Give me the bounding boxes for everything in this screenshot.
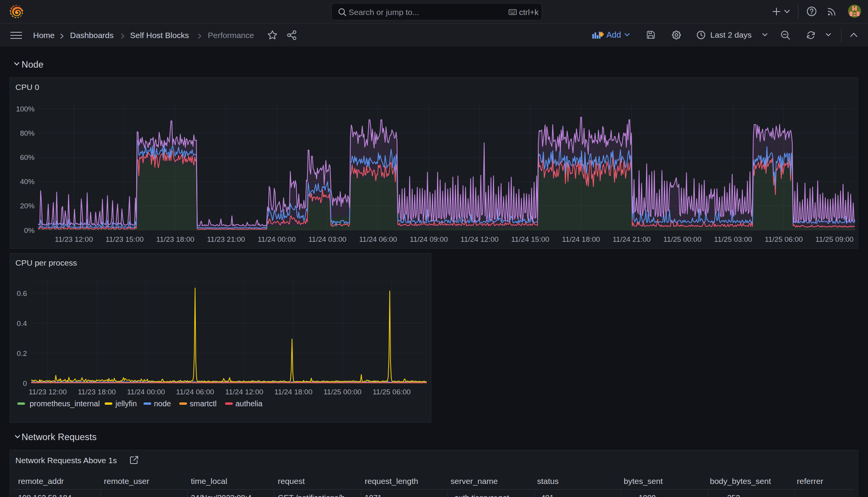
svg-text:0.2: 0.2: [17, 349, 27, 357]
svg-text:prometheus_internal: prometheus_internal: [30, 399, 100, 408]
svg-text:11/24 12:00: 11/24 12:00: [225, 388, 263, 396]
svg-text:11/24 00:00: 11/24 00:00: [127, 388, 165, 396]
svg-text:0.4: 0.4: [17, 319, 27, 327]
svg-text:authelia: authelia: [235, 399, 263, 408]
svg-text:node: node: [154, 399, 171, 408]
svg-text:11/24 15:00: 11/24 15:00: [511, 235, 549, 243]
svg-text:smartctl: smartctl: [190, 399, 217, 408]
svg-text:0.6: 0.6: [17, 289, 27, 298]
svg-text:11/24 12:00: 11/24 12:00: [461, 235, 499, 243]
svg-text:0%: 0%: [24, 226, 35, 234]
svg-text:11/23 21:00: 11/23 21:00: [207, 235, 245, 243]
svg-text:11/25 00:00: 11/25 00:00: [324, 388, 362, 396]
svg-text:11/23 18:00: 11/23 18:00: [78, 388, 116, 396]
svg-text:11/25 03:00: 11/25 03:00: [714, 235, 752, 243]
svg-text:11/23 12:00: 11/23 12:00: [29, 388, 67, 396]
svg-text:11/25 00:00: 11/25 00:00: [663, 235, 701, 243]
svg-text:80%: 80%: [20, 129, 35, 137]
svg-text:20%: 20%: [20, 202, 35, 210]
svg-text:11/23 18:00: 11/23 18:00: [156, 235, 194, 243]
svg-text:11/25 06:00: 11/25 06:00: [765, 235, 803, 243]
svg-text:11/23 12:00: 11/23 12:00: [55, 235, 93, 243]
svg-text:jellyfin: jellyfin: [115, 399, 137, 408]
svg-text:0: 0: [23, 379, 27, 387]
svg-text:11/24 09:00: 11/24 09:00: [410, 235, 448, 243]
svg-text:60%: 60%: [20, 153, 35, 161]
svg-text:11/24 06:00: 11/24 06:00: [176, 388, 214, 396]
svg-text:11/24 21:00: 11/24 21:00: [613, 235, 651, 243]
svg-text:40%: 40%: [20, 178, 35, 186]
svg-text:11/25 06:00: 11/25 06:00: [372, 388, 411, 396]
svg-text:100%: 100%: [16, 105, 35, 113]
svg-text:11/24 03:00: 11/24 03:00: [308, 235, 346, 243]
svg-text:11/24 06:00: 11/24 06:00: [359, 235, 397, 243]
svg-text:11/23 15:00: 11/23 15:00: [105, 235, 144, 243]
svg-text:11/24 18:00: 11/24 18:00: [274, 388, 312, 396]
svg-text:11/24 18:00: 11/24 18:00: [562, 235, 600, 243]
svg-text:11/25 09:00: 11/25 09:00: [815, 235, 853, 243]
svg-text:11/24 00:00: 11/24 00:00: [258, 235, 296, 243]
